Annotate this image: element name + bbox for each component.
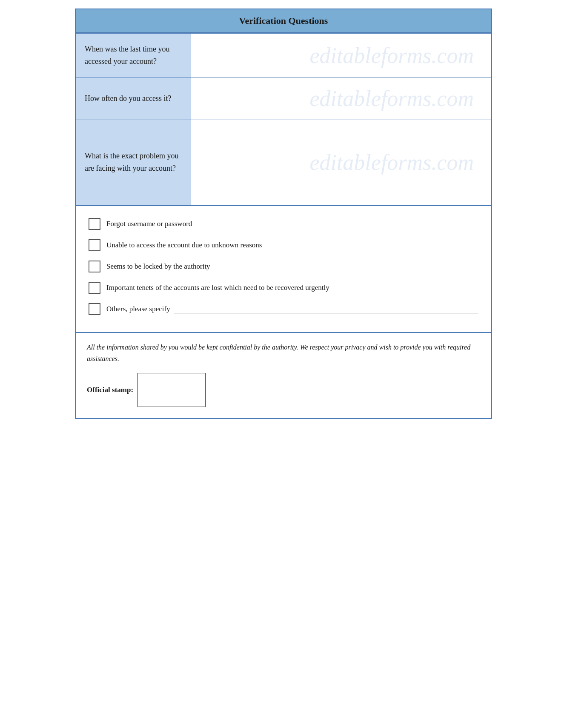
checkbox-row-2: Unable to access the account due to unkn… [89,239,478,251]
watermark-q3: editableforms.com [309,150,474,175]
page-container: Verification Questions When was the last… [75,9,492,419]
others-specify-line[interactable] [174,305,478,313]
checkbox-2[interactable] [89,239,100,251]
header-row: Verification Questions [76,9,491,33]
footer-section: All the information shared by you would … [76,332,491,418]
question-cell-3: What is the exact problem you are facing… [76,120,191,205]
table-row: How often do you access it? editableform… [76,77,491,120]
checkbox-row-4: Important tenets of the accounts are los… [89,282,478,294]
checkbox-row-5: Others, please specify [89,303,478,315]
checkbox-label-3: Seems to be locked by the authority [106,262,210,271]
checkbox-5[interactable] [89,303,100,315]
checkbox-label-5: Others, please specify [106,305,170,313]
checkboxes-section: Forgot username or password Unable to ac… [76,205,491,332]
questions-table: When was the last time you accessed your… [76,33,491,205]
footer-text: All the information shared by you would … [87,341,480,364]
checkbox-4[interactable] [89,282,100,294]
checkbox-row-1: Forgot username or password [89,218,478,230]
checkbox-3[interactable] [89,261,100,272]
stamp-row: Official stamp: [87,373,480,407]
checkbox-label-4: Important tenets of the accounts are los… [106,284,329,292]
checkbox-label-2: Unable to access the account due to unkn… [106,241,262,249]
question-text-3: What is the exact problem you are facing… [85,152,178,172]
checkbox-row-3: Seems to be locked by the authority [89,261,478,272]
question-text-2: How often do you access it? [85,94,171,103]
stamp-box[interactable] [137,373,206,407]
question-text-1: When was the last time you accessed your… [85,45,169,66]
watermark-q2: editableforms.com [309,86,474,111]
table-row: When was the last time you accessed your… [76,34,491,77]
watermark-q1: editableforms.com [309,43,474,68]
answer-cell-1[interactable]: editableforms.com [191,34,491,77]
checkbox-1[interactable] [89,218,100,230]
table-row: What is the exact problem you are facing… [76,120,491,205]
answer-cell-3[interactable]: editableforms.com [191,120,491,205]
question-cell-1: When was the last time you accessed your… [76,34,191,77]
page-title: Verification Questions [239,15,328,26]
answer-cell-2[interactable]: editableforms.com [191,77,491,120]
stamp-label: Official stamp: [87,384,133,396]
question-cell-2: How often do you access it? [76,77,191,120]
checkbox-label-1: Forgot username or password [106,220,192,228]
